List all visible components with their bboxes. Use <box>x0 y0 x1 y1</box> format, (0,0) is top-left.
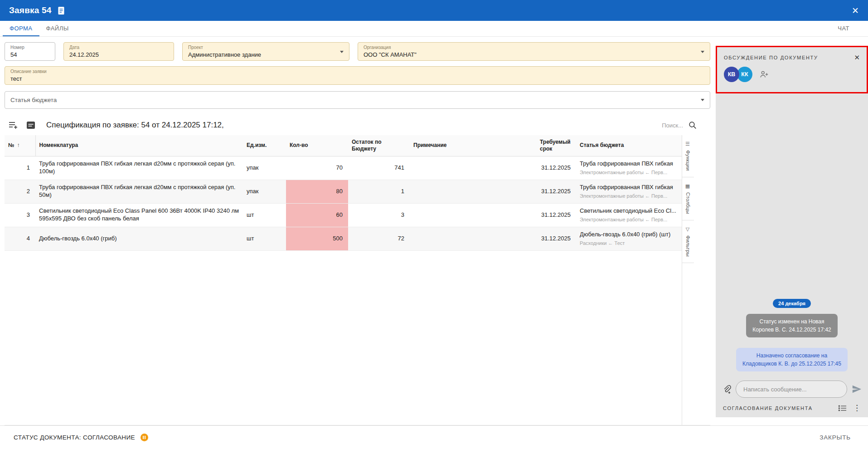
status-pause-icon <box>141 434 148 441</box>
date-label: Дата <box>69 45 79 50</box>
filter-icon: ▽ <box>685 226 691 232</box>
budget-item-main: Дюбель-гвоздь 6.0x40 (гриб) (шт) <box>580 231 678 239</box>
message-line: Статус изменен на Новая <box>752 317 831 326</box>
col-header-num[interactable]: №↑ <box>5 135 35 156</box>
columns-icon: ▦ <box>685 183 691 189</box>
balance-cell: 3 <box>348 203 410 227</box>
card-view-button[interactable] <box>26 121 35 129</box>
project-value: Административное здание <box>188 51 261 58</box>
row-number: 4 <box>5 227 35 250</box>
titlebar: Заявка 54 ✕ <box>0 0 868 21</box>
col-header-note[interactable]: Примечание <box>410 135 536 156</box>
chat-messages: 24 декабря Статус изменен на Новая Корол… <box>716 82 868 378</box>
approval-section-title: СОГЛАСОВАНИЕ ДОКУМЕНТА <box>723 405 813 411</box>
description-label: Описание заявки <box>10 69 47 74</box>
due-date-cell: 31.12.2025 <box>536 227 576 250</box>
close-button[interactable]: ЗАКРЫТЬ <box>820 434 851 441</box>
search-placeholder: Поиск... <box>662 122 683 129</box>
chat-close-button[interactable]: ✕ <box>854 54 860 61</box>
nomenclature-cell: Труба гофрированная ПВХ гибкая легкая d2… <box>35 156 243 180</box>
qty-cell: 500 <box>286 227 348 250</box>
table-header-row: №↑ Номенклатура Ед.изм. Кол-во Остаток п… <box>5 135 682 156</box>
budget-item-main: Светильник светодиодный Eco Cl... <box>580 207 678 215</box>
table-row[interactable]: 1 Труба гофрированная ПВХ гибкая легкая … <box>5 156 682 180</box>
avatar[interactable]: КК <box>737 67 752 82</box>
chat-header-title: ОБСУЖДЕНИЕ ПО ДОКУМЕНТУ <box>724 55 818 60</box>
spec-title: Спецификация по заявке: 54 от 24.12.2025… <box>46 121 224 130</box>
main-form-area: Номер 54 Дата 24.12.2025 Проект Админист… <box>0 37 716 425</box>
organization-field[interactable]: Организация ООО "СК АМАНАТ" <box>358 42 710 61</box>
content: Номер 54 Дата 24.12.2025 Проект Админист… <box>0 37 868 425</box>
table-row[interactable]: 4 Дюбель-гвоздь 6.0x40 (гриб) шт 500 72 … <box>5 227 682 250</box>
table-row[interactable]: 3 Светильник светодиодный Eco Class Pane… <box>5 203 682 227</box>
search-control[interactable]: Поиск... <box>662 121 697 129</box>
budget-item-path: Электромонтажные работы ← Перв... <box>580 193 678 199</box>
col-header-budget-item[interactable]: Статья бюджета <box>576 135 682 156</box>
unit-cell: упак <box>243 180 286 203</box>
col-header-unit[interactable]: Ед.изм. <box>243 135 286 156</box>
budget-item-cell: Труба гофрированная ПВХ гибкая Электромо… <box>576 156 682 180</box>
functions-icon: ☰ <box>685 141 691 147</box>
due-date-cell: 31.12.2025 <box>536 156 576 180</box>
col-header-qty[interactable]: Кол-во <box>286 135 348 156</box>
date-field[interactable]: Дата 24.12.2025 <box>63 42 174 61</box>
chat-message-status: Статус изменен на Новая Королев В. С. 24… <box>746 314 838 337</box>
spec-table-body: 1 Труба гофрированная ПВХ гибкая легкая … <box>5 156 682 250</box>
col-header-nomenclature[interactable]: Номенклатура <box>35 135 243 156</box>
chat-input-row <box>716 378 868 400</box>
col-header-budget-balance[interactable]: Остаток по Бюджету <box>348 135 410 156</box>
budget-item-path: Электромонтажные работы ← Перв... <box>580 169 678 176</box>
send-message-icon[interactable] <box>852 384 862 394</box>
sort-asc-icon: ↑ <box>17 142 19 148</box>
document-status-text: СТАТУС ДОКУМЕНТА: СОГЛАСОВАНИЕ <box>14 434 135 441</box>
tab-form[interactable]: ФОРМА <box>3 21 39 36</box>
tab-files[interactable]: ФАЙЛЫ <box>39 21 76 36</box>
side-tab-filters[interactable]: ▽ Фильтры <box>682 220 694 263</box>
project-field[interactable]: Проект Административное здание <box>182 42 349 61</box>
table-row[interactable]: 2 Труба гофрированная ПВХ гибкая легкая … <box>5 180 682 203</box>
qty-cell: 60 <box>286 203 348 227</box>
description-value: тест <box>10 75 22 82</box>
side-tab-label: Столбцы <box>685 192 691 214</box>
organization-value: ООО "СК АМАНАТ" <box>364 51 417 58</box>
add-row-button[interactable] <box>8 121 18 130</box>
statusbar: СТАТУС ДОКУМЕНТА: СОГЛАСОВАНИЕ ЗАКРЫТЬ <box>0 425 868 449</box>
description-field[interactable]: Описание заявки тест <box>5 66 710 85</box>
side-tab-functions[interactable]: ☰ Функции <box>682 135 694 177</box>
number-field[interactable]: Номер 54 <box>5 42 55 61</box>
note-cell <box>410 180 536 203</box>
chevron-down-icon <box>701 51 704 53</box>
approval-list-icon[interactable] <box>838 405 847 412</box>
budget-item-cell: Труба гофрированная ПВХ гибкая Электромо… <box>576 180 682 203</box>
chat-panel: ОБСУЖДЕНИЕ ПО ДОКУМЕНТУ ✕ КВ КК 24 декаб… <box>716 46 868 417</box>
spec-toolbar: Спецификация по заявке: 54 от 24.12.2025… <box>5 121 710 130</box>
budget-item-select[interactable]: Статья бюджета <box>5 91 710 109</box>
chat-date-badge: 24 декабря <box>773 299 811 308</box>
balance-cell: 72 <box>348 227 410 250</box>
window-close-button[interactable]: ✕ <box>852 6 859 15</box>
window-title: Заявка 54 <box>9 5 52 15</box>
attach-file-icon[interactable] <box>722 384 731 394</box>
balance-cell: 741 <box>348 156 410 180</box>
avatar[interactable]: КВ <box>724 67 739 82</box>
add-person-icon[interactable] <box>759 69 769 79</box>
row-number: 1 <box>5 156 35 180</box>
tabbar: ФОРМА ФАЙЛЫ ЧАТ <box>0 21 868 37</box>
message-input[interactable] <box>736 381 847 398</box>
unit-cell: упак <box>243 156 286 180</box>
budget-item-cell: Дюбель-гвоздь 6.0x40 (гриб) (шт) Расходн… <box>576 227 682 250</box>
message-line: Назначено согласование на <box>742 351 841 360</box>
side-tab-columns[interactable]: ▦ Столбцы <box>682 177 694 220</box>
side-tab-strip: ☰ Функции ▦ Столбцы ▽ Фильтры <box>682 135 694 425</box>
col-header-due-date[interactable]: Требуемый срок <box>536 135 576 156</box>
request-window: Заявка 54 ✕ ФОРМА ФАЙЛЫ ЧАТ Номер 54 Дат… <box>0 0 868 449</box>
row-number: 2 <box>5 180 35 203</box>
nomenclature-cell: Дюбель-гвоздь 6.0x40 (гриб) <box>35 227 243 250</box>
row-number: 3 <box>5 203 35 227</box>
unit-cell: шт <box>243 227 286 250</box>
due-date-cell: 31.12.2025 <box>536 203 576 227</box>
tab-chat[interactable]: ЧАТ <box>831 21 856 36</box>
budget-item-path: Расходники ← Тест <box>580 240 678 246</box>
approval-menu-icon[interactable]: ⋮ <box>853 404 861 412</box>
unit-cell: шт <box>243 203 286 227</box>
